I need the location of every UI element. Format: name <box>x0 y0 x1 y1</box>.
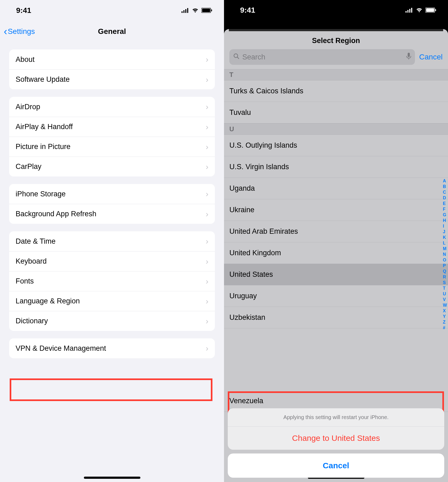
index-letter[interactable]: C <box>443 189 447 195</box>
region-row[interactable]: United Arab Emirates <box>224 221 448 242</box>
search-input[interactable]: Search <box>229 49 415 65</box>
region-row[interactable]: Uruguay <box>224 285 448 307</box>
index-letter[interactable]: W <box>443 302 447 308</box>
page-title: General <box>98 27 126 36</box>
index-letter[interactable]: R <box>443 274 447 280</box>
chevron-right-icon: › <box>206 55 208 63</box>
index-letter[interactable]: H <box>443 218 447 223</box>
index-letter[interactable]: K <box>443 235 447 240</box>
row-date-time[interactable]: Date & Time› <box>9 231 215 251</box>
action-sheet-group: Applying this setting will restart your … <box>228 408 444 450</box>
spacer <box>224 328 448 390</box>
chevron-right-icon: › <box>206 143 208 151</box>
chevron-right-icon: › <box>206 257 208 265</box>
chevron-right-icon: › <box>206 237 208 245</box>
row-dictionary[interactable]: Dictionary› <box>9 311 215 331</box>
svg-rect-16 <box>408 53 410 57</box>
index-letter[interactable]: Y <box>443 314 447 319</box>
region-row[interactable]: United Kingdom <box>224 242 448 264</box>
chevron-right-icon: › <box>206 76 208 84</box>
section-header-u: U <box>224 123 448 135</box>
row-carplay[interactable]: CarPlay› <box>9 157 215 176</box>
svg-rect-13 <box>435 9 436 11</box>
index-letter[interactable]: B <box>443 184 447 189</box>
region-row-selected[interactable]: United States <box>224 264 448 285</box>
svg-rect-8 <box>407 10 408 13</box>
row-vpn[interactable]: VPN & Device Management› <box>9 338 215 358</box>
index-letter[interactable]: P <box>443 263 447 268</box>
sheet-title: Select Region <box>224 29 448 49</box>
row-fonts[interactable]: Fonts› <box>9 271 215 291</box>
mic-icon[interactable] <box>406 53 411 61</box>
wifi-icon <box>416 6 423 15</box>
action-sheet-cancel-button[interactable]: Cancel <box>228 453 444 478</box>
index-letter[interactable]: U <box>443 291 447 297</box>
chevron-right-icon: › <box>206 344 208 352</box>
change-region-button[interactable]: Change to United States <box>228 426 444 450</box>
region-row[interactable]: Uganda <box>224 178 448 199</box>
index-letter[interactable]: N <box>443 251 447 257</box>
index-letter[interactable]: M <box>443 246 447 251</box>
row-label: Dictionary <box>16 317 48 325</box>
chevron-right-icon: › <box>206 277 208 285</box>
row-software-update[interactable]: Software Update› <box>9 69 215 89</box>
row-bg-refresh[interactable]: Background App Refresh› <box>9 204 215 224</box>
group-storage: iPhone Storage› Background App Refresh› <box>9 184 215 224</box>
index-letter[interactable]: Q <box>443 268 447 274</box>
group-vpn: VPN & Device Management› <box>9 338 215 358</box>
svg-rect-10 <box>411 8 412 13</box>
chevron-left-icon: ‹ <box>4 26 7 37</box>
index-letter[interactable]: L <box>443 240 447 246</box>
index-letter[interactable]: T <box>443 285 447 291</box>
row-language-region[interactable]: Language & Region› <box>9 291 215 311</box>
screen-select-region: 9:41 Select Region Search <box>224 0 448 482</box>
wifi-icon <box>192 6 199 15</box>
chevron-right-icon: › <box>206 103 208 111</box>
group-airdrop: AirDrop› AirPlay & Handoff› Picture in P… <box>9 97 215 176</box>
row-keyboard[interactable]: Keyboard› <box>9 251 215 271</box>
row-airplay-handoff[interactable]: AirPlay & Handoff› <box>9 117 215 137</box>
index-letter[interactable]: O <box>443 257 447 263</box>
chevron-right-icon: › <box>206 163 208 171</box>
region-row[interactable]: U.S. Virgin Islands <box>224 156 448 178</box>
row-label: iPhone Storage <box>16 190 66 198</box>
row-label: AirPlay & Handoff <box>16 123 73 131</box>
index-letter[interactable]: G <box>443 212 447 218</box>
action-sheet: Applying this setting will restart your … <box>228 408 444 478</box>
row-airdrop[interactable]: AirDrop› <box>9 97 215 117</box>
row-about[interactable]: About› <box>9 49 215 69</box>
svg-rect-3 <box>187 8 188 13</box>
index-letter[interactable]: I <box>443 223 447 229</box>
index-letter[interactable]: X <box>443 308 447 314</box>
index-letter[interactable]: V <box>443 297 447 302</box>
row-label: Language & Region <box>16 297 80 305</box>
alphabet-index[interactable]: A B C D E F G H I J K L M N O P Q R S T … <box>443 178 447 331</box>
index-letter[interactable]: A <box>443 178 447 184</box>
home-indicator[interactable] <box>84 477 140 479</box>
row-label: Date & Time <box>16 237 56 246</box>
region-row[interactable]: Ukraine <box>224 199 448 221</box>
region-row[interactable]: Uzbekistan <box>224 307 448 328</box>
row-label: Software Update <box>16 75 70 84</box>
index-letter[interactable]: D <box>443 195 447 201</box>
search-row: Search Cancel <box>224 49 448 69</box>
chevron-right-icon: › <box>206 317 208 325</box>
region-row[interactable]: U.S. Outlying Islands <box>224 135 448 156</box>
row-pip[interactable]: Picture in Picture› <box>9 137 215 157</box>
region-row[interactable]: Turks & Caicos Islands <box>224 80 448 102</box>
index-letter[interactable]: Z <box>443 319 447 325</box>
svg-line-15 <box>237 57 239 59</box>
search-cancel-button[interactable]: Cancel <box>419 53 443 61</box>
chevron-right-icon: › <box>206 210 208 218</box>
index-letter[interactable]: J <box>443 229 447 235</box>
row-iphone-storage[interactable]: iPhone Storage› <box>9 184 215 204</box>
row-label: Keyboard <box>16 257 47 265</box>
region-row[interactable]: Tuvalu <box>224 102 448 123</box>
svg-rect-1 <box>183 10 184 13</box>
index-letter[interactable]: S <box>443 280 447 285</box>
index-letter[interactable]: E <box>443 201 447 206</box>
highlight-language-region <box>10 378 212 401</box>
index-letter[interactable]: F <box>443 206 447 212</box>
index-letter[interactable]: # <box>443 325 447 331</box>
back-button[interactable]: ‹ Settings <box>4 26 35 37</box>
